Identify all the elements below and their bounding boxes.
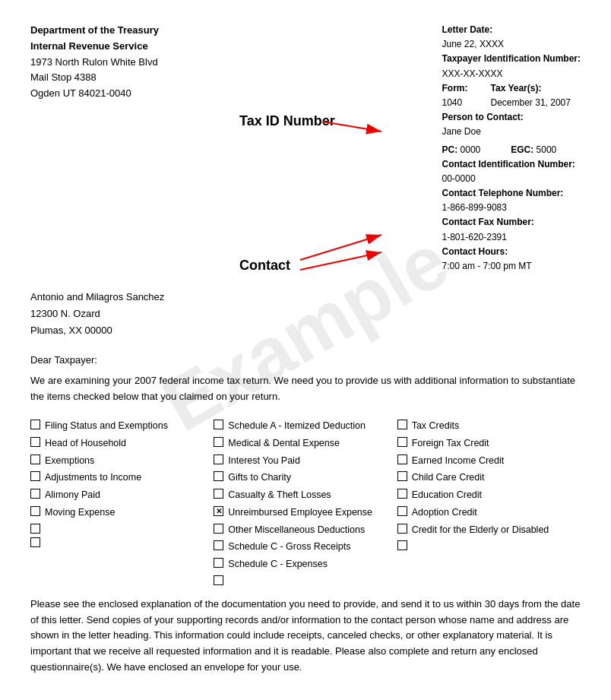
sender-name: Antonio and Milagros Sanchez: [30, 289, 581, 306]
contact-hours-label: Contact Hours:: [442, 246, 508, 257]
checkbox[interactable]: [30, 524, 40, 534]
checklist-item: Adoption Credit: [397, 505, 581, 520]
checklist-section: Filing Status and ExemptionsHead of Hous…: [30, 419, 581, 585]
checklist-label: Head of Household: [45, 436, 126, 451]
checklist-item: Adjustments to Income: [30, 470, 214, 485]
form-label: Form:: [442, 83, 468, 93]
person-value: Jane Doe: [442, 125, 581, 139]
checklist-item: Foreign Tax Credit: [397, 436, 581, 451]
checkbox[interactable]: [214, 455, 223, 464]
egc-label: EGC:: [511, 144, 533, 155]
irs-line4: Mail Stop 4388: [30, 70, 159, 86]
contact-hours-value: 7:00 am - 7:00 pm MT: [442, 259, 581, 274]
checklist-item: Credit for the Elderly or Disabled: [397, 523, 581, 537]
checkbox[interactable]: [30, 471, 40, 481]
checkbox[interactable]: [397, 506, 407, 516]
checkbox[interactable]: [214, 506, 223, 516]
checklist-label: Schedule C - Gross Receipts: [228, 540, 350, 554]
checkbox[interactable]: [214, 524, 223, 534]
checkbox[interactable]: [397, 437, 407, 447]
person-label: Person to Contact:: [442, 112, 524, 122]
contact-id-label: Contact Identification Number:: [442, 159, 575, 169]
checklist-item: Other Miscellaneous Deductions: [214, 523, 397, 537]
checklist-item: Schedule C - Expenses: [214, 557, 397, 572]
checklist-item: Medical & Dental Expense: [214, 436, 397, 451]
checkbox[interactable]: [214, 489, 223, 499]
checklist-item: Filing Status and Exemptions: [30, 419, 214, 433]
letter-date-label: Letter Date:: [442, 24, 493, 35]
checklist-label: Child Care Credit: [412, 470, 485, 485]
tax-year-label: Tax Year(s):: [491, 83, 542, 93]
checklist-col2: Schedule A - Itemized DeductionMedical &…: [214, 419, 397, 585]
checklist-item: Unreimbursed Employee Expense: [214, 505, 397, 520]
checkbox[interactable]: [30, 506, 40, 516]
intro-paragraph: We are examining your 2007 federal incom…: [30, 373, 581, 405]
checklist-label: Tax Credits: [412, 419, 460, 433]
checklist-label: Adoption Credit: [412, 505, 477, 520]
checklist-label: Education Credit: [412, 488, 482, 502]
checkbox[interactable]: [397, 524, 407, 534]
checklist-item: [397, 540, 581, 550]
egc-value: 5000: [537, 144, 557, 155]
irs-line1: Department of the Treasury: [30, 23, 159, 39]
sender-address1: 12300 N. Ozard: [30, 306, 581, 322]
checklist-label: Schedule C - Expenses: [228, 557, 328, 572]
checkbox[interactable]: [397, 455, 407, 464]
checkbox[interactable]: [214, 420, 223, 429]
checklist-item: [30, 523, 214, 534]
checklist-col1: Filing Status and ExemptionsHead of Hous…: [30, 419, 214, 585]
checkbox[interactable]: [30, 455, 40, 464]
checklist-label: Schedule A - Itemized Deduction: [228, 419, 366, 433]
checkbox[interactable]: [30, 420, 40, 429]
checklist-label: Gifts to Charity: [228, 470, 291, 485]
checkbox[interactable]: [214, 471, 223, 481]
checkbox[interactable]: [214, 558, 223, 568]
checklist-item: Child Care Credit: [397, 470, 581, 485]
irs-line5: Ogden UT 84021-0040: [30, 86, 159, 102]
form-value: 1040: [442, 96, 468, 110]
checklist-label: Alimony Paid: [45, 488, 100, 502]
checkbox[interactable]: [397, 471, 407, 481]
taxpayer-id-value: XXX-XX-XXXX: [442, 67, 581, 81]
checklist-item: Exemptions: [30, 454, 214, 468]
checkbox[interactable]: [30, 437, 40, 447]
checklist-label: Casualty & Theft Losses: [228, 488, 331, 502]
checklist-item: Interest You Paid: [214, 454, 397, 468]
checkbox[interactable]: [397, 489, 407, 499]
checklist-col3: Tax CreditsForeign Tax CreditEarned Inco…: [397, 419, 581, 585]
contact-id-value: 00-0000: [442, 172, 581, 186]
right-info-wrapper: Letter Date: June 22, XXXX Taxpayer Iden…: [442, 23, 581, 274]
contact-fax-label: Contact Fax Number:: [442, 217, 534, 227]
contact-phone-value: 1-866-899-9083: [442, 201, 581, 215]
checklist-item: Casualty & Theft Losses: [214, 488, 397, 502]
checklist-item: Head of Household: [30, 436, 214, 451]
checklist-label: Adjustments to Income: [45, 470, 141, 485]
checkbox[interactable]: [30, 537, 40, 547]
pc-label: PC:: [442, 144, 458, 155]
checklist-item: Schedule A - Itemized Deduction: [214, 419, 397, 433]
checklist-item: Tax Credits: [397, 419, 581, 433]
sender-address2: Plumas, XX 00000: [30, 322, 581, 339]
checklist-item: Schedule C - Gross Receipts: [214, 540, 397, 554]
checklist-label: Foreign Tax Credit: [412, 436, 489, 451]
checklist-label: Moving Expense: [45, 505, 115, 520]
pc-value: 0000: [461, 144, 481, 155]
right-info: Letter Date: June 22, XXXX Taxpayer Iden…: [442, 23, 581, 274]
checklist-label: Unreimbursed Employee Expense: [228, 505, 372, 520]
checkbox[interactable]: [30, 489, 40, 499]
checklist-item: Alimony Paid: [30, 488, 214, 502]
checklist-item: Gifts to Charity: [214, 470, 397, 485]
checklist-label: Credit for the Elderly or Disabled: [412, 523, 549, 537]
checkbox[interactable]: [397, 420, 407, 429]
checkbox[interactable]: [214, 575, 223, 585]
checklist-item: [214, 575, 397, 585]
checkbox[interactable]: [214, 540, 223, 550]
checklist-item: Education Credit: [397, 488, 581, 502]
contact-fax-value: 1-801-620-2391: [442, 230, 581, 245]
checkbox[interactable]: [214, 437, 223, 447]
checkbox[interactable]: [397, 540, 407, 550]
checklist-item: [30, 537, 214, 547]
checklist-label: Medical & Dental Expense: [228, 436, 340, 451]
irs-line2: Internal Revenue Service: [30, 39, 159, 55]
checklist-label: Earned Income Credit: [412, 454, 505, 468]
